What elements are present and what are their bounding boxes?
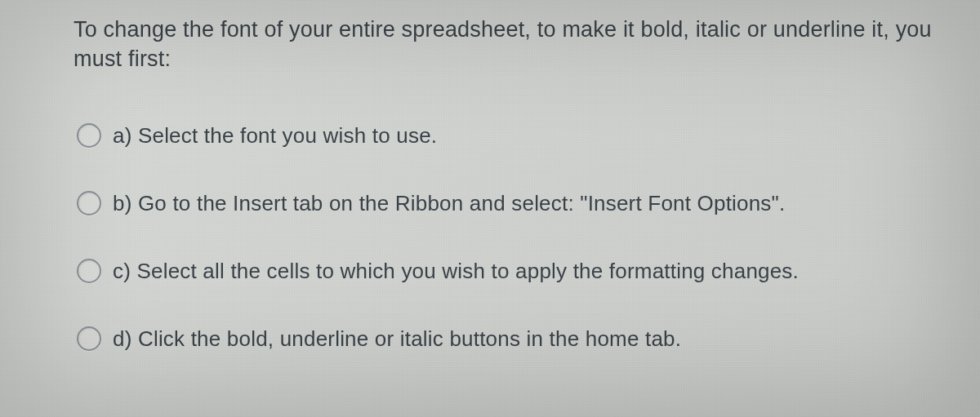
radio-icon[interactable] — [77, 259, 101, 283]
option-d-label: d) Click the bold, underline or italic b… — [113, 326, 681, 352]
option-d[interactable]: d) Click the bold, underline or italic b… — [77, 326, 947, 352]
option-a[interactable]: a) Select the font you wish to use. — [77, 123, 947, 149]
radio-icon[interactable] — [77, 191, 101, 215]
option-c[interactable]: c) Select all the cells to which you wis… — [77, 259, 947, 284]
radio-icon[interactable] — [77, 123, 101, 148]
option-c-label: c) Select all the cells to which you wis… — [113, 259, 799, 284]
radio-icon[interactable] — [77, 326, 101, 351]
options-list: a) Select the font you wish to use. b) G… — [74, 123, 947, 352]
option-b-label: b) Go to the Insert tab on the Ribbon an… — [113, 191, 785, 216]
option-a-label: a) Select the font you wish to use. — [113, 123, 437, 149]
option-b[interactable]: b) Go to the Insert tab on the Ribbon an… — [77, 191, 947, 216]
question-text: To change the font of your entire spread… — [74, 15, 947, 74]
quiz-container: To change the font of your entire spread… — [0, 0, 980, 384]
